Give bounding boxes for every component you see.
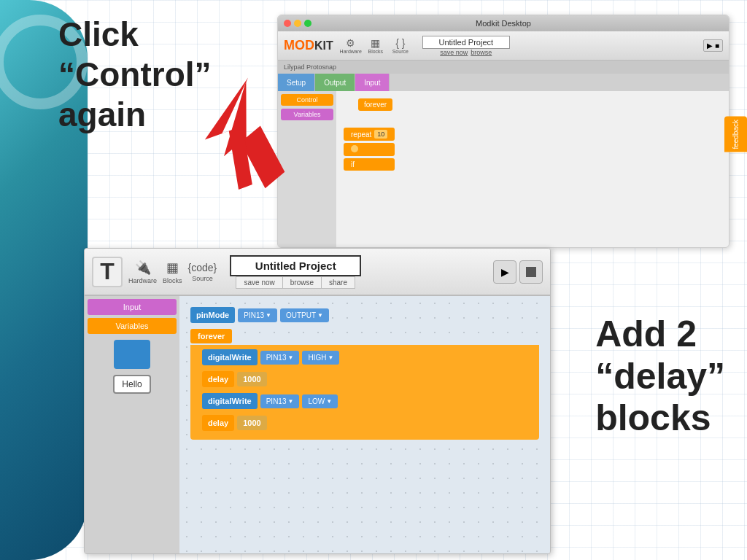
orange-block-2: if (344, 158, 395, 171)
title-bar-label: Modkit Desktop (476, 19, 531, 28)
delay2-label: delay (202, 415, 234, 431)
repeat-block: repeat 10 (344, 128, 395, 141)
delay1-block: delay 1000 (202, 371, 533, 387)
delay1-value: 1000 (237, 372, 266, 386)
pinmode-code-block: pinMode PIN13 OUTPUT (190, 307, 539, 323)
bottom-content: Input Variables Hello pinMode PIN13 OUTP… (85, 296, 550, 553)
bottom-project-area: Untitled Project save now browse share (230, 255, 361, 289)
modkit-logo: MODKIT (284, 38, 333, 53)
digitalwrite2-block: digitalWrite PIN13 LOW (202, 393, 533, 409)
blocks-area-top: Control Variables forever repeat 10 if (278, 91, 729, 247)
blocks-stack-top: repeat 10 if (344, 128, 395, 171)
instr-bottom-line1: Add 2 (595, 314, 725, 356)
browse-bottom[interactable]: browse (283, 277, 322, 288)
project-title-bottom[interactable]: Untitled Project (230, 255, 361, 276)
tab-output[interactable]: Output (315, 74, 355, 91)
svg-marker-0 (196, 80, 307, 195)
dw1-val[interactable]: HIGH (302, 351, 339, 365)
maximize-button-light[interactable] (304, 20, 311, 27)
variables-tab-btn[interactable]: Variables (88, 318, 177, 334)
browse-link[interactable]: browse (471, 49, 492, 56)
delay1-label: delay (202, 371, 234, 387)
dw1-pin[interactable]: PIN13 (260, 351, 300, 365)
bottom-play-area: ▶ (493, 260, 543, 284)
delay2-block: delay 1000 (202, 415, 533, 431)
dw2-pin[interactable]: PIN13 (260, 394, 300, 408)
input-tab-btn[interactable]: Input (88, 299, 177, 315)
main-content: Click “Control” again Modkit Desktop MOD… (0, 0, 747, 560)
hardware-tool[interactable]: 🔌 Hardware (128, 260, 157, 284)
tab-bar-top: Setup Output Input (278, 74, 729, 91)
stop-icon (526, 267, 536, 277)
forever-wrapper: forever digitalWrite PIN13 HIGH (190, 329, 539, 440)
forever-block-top: forever (358, 98, 392, 111)
stop-button[interactable] (519, 260, 543, 284)
screenshot-top: Modkit Desktop MODKIT ⚙ Hardware ▦ Block… (277, 15, 729, 248)
source-tool[interactable]: {code} Source (188, 262, 217, 282)
dw1-label: digitalWrite (202, 349, 258, 365)
orange-block-1 (344, 143, 395, 156)
save-browse-bottom: save now browse share (236, 276, 355, 289)
board-label: Lilypad Protosnap (278, 61, 729, 74)
bottom-left-sidebar: Input Variables Hello (85, 296, 179, 553)
instruction-line1: Click (58, 15, 212, 55)
blocks-icon[interactable]: ▦ Blocks (365, 36, 386, 56)
digitalwrite1-block: digitalWrite PIN13 HIGH (202, 349, 533, 365)
close-button-light[interactable] (284, 20, 291, 27)
forever-body: digitalWrite PIN13 HIGH delay 1000 (190, 345, 539, 440)
save-browse-area: save now browse (440, 49, 492, 56)
forever-label: forever (190, 329, 232, 343)
title-bar-top: Modkit Desktop (278, 15, 729, 31)
pinmode-label: pinMode (190, 307, 235, 323)
instruction-bottom-text: Add 2 “delay” blocks (595, 314, 725, 440)
save-now-bottom[interactable]: save now (236, 277, 282, 288)
bottom-toolbar: T 🔌 Hardware ▦ Blocks {code} Source Unti… (85, 249, 550, 296)
play-stop-buttons[interactable]: ▶ ■ (703, 39, 723, 52)
bottom-canvas[interactable]: pinMode PIN13 OUTPUT forever digitalWrit… (179, 296, 550, 553)
blocks-canvas-top: forever repeat 10 if (336, 91, 729, 247)
screenshot-bottom: T 🔌 Hardware ▦ Blocks {code} Source Unti… (84, 248, 551, 554)
pinmode-pin-dropdown[interactable]: PIN13 (238, 308, 277, 322)
modkit-t-logo: T (92, 257, 123, 287)
hardware-icon[interactable]: ⚙ Hardware (341, 36, 361, 56)
pinmode-mode-dropdown[interactable]: OUTPUT (280, 308, 329, 322)
red-arrow-indicator (168, 69, 314, 218)
feedback-tab[interactable]: feedback (724, 117, 747, 152)
source-icon[interactable]: { } Source (390, 36, 411, 56)
dw2-label: digitalWrite (202, 393, 258, 409)
hello-block[interactable]: Hello (113, 375, 150, 394)
traffic-lights (284, 20, 311, 27)
dw2-val[interactable]: LOW (302, 394, 338, 408)
share-bottom[interactable]: share (322, 277, 355, 288)
feedback-container: feedback (724, 117, 747, 152)
instr-bottom-line2: “delay” (595, 356, 725, 398)
minimize-button-light[interactable] (294, 20, 301, 27)
app-toolbar-top: MODKIT ⚙ Hardware ▦ Blocks { } Source Un… (278, 31, 729, 61)
play-button[interactable]: ▶ (493, 260, 516, 284)
blocks-tool[interactable]: ▦ Blocks (163, 260, 182, 284)
tab-input[interactable]: Input (355, 74, 390, 91)
instr-bottom-line3: blocks (595, 397, 725, 440)
save-now-link[interactable]: save now (440, 49, 468, 56)
blue-block-sidebar (114, 340, 150, 369)
delay2-value: 1000 (237, 416, 266, 430)
project-title-top[interactable]: Untitled Project (422, 36, 510, 49)
